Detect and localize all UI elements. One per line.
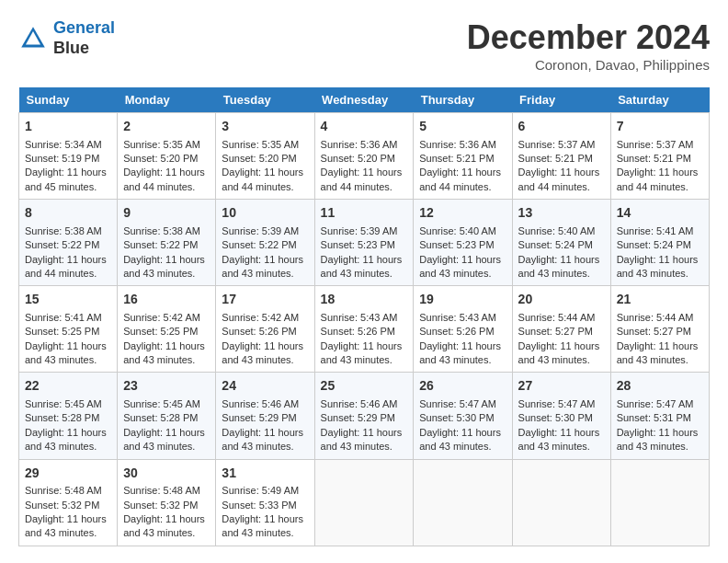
sunrise-label: Sunrise: 5:35 AM [222, 139, 299, 150]
sunrise-label: Sunrise: 5:42 AM [222, 312, 299, 323]
day-number: 13 [518, 204, 605, 223]
calendar-header-row: SundayMondayTuesdayWednesdayThursdayFrid… [19, 87, 710, 113]
sunrise-label: Sunrise: 5:36 AM [419, 139, 496, 150]
daylight-label: Daylight: 11 hours and 43 minutes. [321, 340, 403, 365]
calendar-week-4: 22Sunrise: 5:45 AMSunset: 5:28 PMDayligh… [19, 373, 710, 459]
sunset-label: Sunset: 5:20 PM [321, 153, 395, 164]
logo-icon [18, 24, 48, 53]
sunrise-label: Sunrise: 5:37 AM [617, 139, 694, 150]
sunset-label: Sunset: 5:20 PM [222, 153, 296, 164]
sunrise-label: Sunrise: 5:36 AM [321, 139, 398, 150]
daylight-label: Daylight: 11 hours and 43 minutes. [419, 340, 501, 365]
calendar-cell [512, 459, 610, 546]
sunrise-label: Sunrise: 5:45 AM [123, 398, 200, 409]
daylight-label: Daylight: 11 hours and 44 minutes. [518, 167, 600, 191]
sunset-label: Sunset: 5:23 PM [419, 239, 494, 250]
calendar-cell: 13Sunrise: 5:40 AMSunset: 5:24 PMDayligh… [512, 200, 610, 286]
sunrise-label: Sunrise: 5:47 AM [518, 398, 596, 409]
day-number: 6 [518, 118, 605, 136]
sunrise-label: Sunrise: 5:37 AM [518, 139, 596, 150]
day-number: 7 [617, 118, 703, 136]
calendar-body: 1Sunrise: 5:34 AMSunset: 5:19 PMDaylight… [19, 113, 710, 546]
month-title: December 2024 [467, 18, 710, 57]
header-thursday: Thursday [414, 87, 512, 113]
calendar-cell: 9Sunrise: 5:38 AMSunset: 5:22 PMDaylight… [118, 200, 216, 286]
calendar-cell [610, 459, 709, 546]
day-number: 4 [321, 118, 408, 136]
daylight-label: Daylight: 11 hours and 43 minutes. [419, 427, 501, 452]
daylight-label: Daylight: 11 hours and 44 minutes. [222, 167, 303, 191]
sunrise-label: Sunrise: 5:46 AM [321, 398, 398, 409]
day-number: 23 [123, 377, 210, 396]
sunrise-label: Sunrise: 5:46 AM [222, 398, 299, 409]
calendar-cell: 23Sunrise: 5:45 AMSunset: 5:28 PMDayligh… [118, 373, 216, 459]
daylight-label: Daylight: 11 hours and 44 minutes. [123, 167, 205, 191]
day-number: 21 [617, 291, 703, 309]
day-number: 26 [419, 377, 506, 396]
calendar-cell: 18Sunrise: 5:43 AMSunset: 5:26 PMDayligh… [314, 286, 414, 373]
sunset-label: Sunset: 5:24 PM [617, 239, 691, 250]
sunset-label: Sunset: 5:21 PM [518, 153, 593, 164]
sunset-label: Sunset: 5:25 PM [25, 326, 99, 337]
day-number: 14 [617, 204, 703, 223]
daylight-label: Daylight: 11 hours and 43 minutes. [25, 513, 107, 538]
sunset-label: Sunset: 5:21 PM [419, 153, 494, 164]
calendar-cell: 31Sunrise: 5:49 AMSunset: 5:33 PMDayligh… [216, 459, 314, 546]
daylight-label: Daylight: 11 hours and 43 minutes. [123, 513, 205, 538]
day-number: 8 [25, 204, 111, 223]
calendar-cell: 21Sunrise: 5:44 AMSunset: 5:27 PMDayligh… [610, 286, 709, 373]
calendar-cell: 17Sunrise: 5:42 AMSunset: 5:26 PMDayligh… [216, 286, 314, 373]
sunrise-label: Sunrise: 5:49 AM [222, 485, 299, 496]
daylight-label: Daylight: 11 hours and 44 minutes. [617, 167, 699, 191]
sunset-label: Sunset: 5:32 PM [123, 500, 198, 511]
sunrise-label: Sunrise: 5:41 AM [25, 312, 102, 323]
day-number: 12 [419, 204, 506, 223]
sunrise-label: Sunrise: 5:39 AM [222, 225, 299, 236]
daylight-label: Daylight: 11 hours and 43 minutes. [321, 254, 403, 279]
sunset-label: Sunset: 5:32 PM [25, 500, 99, 511]
sunset-label: Sunset: 5:30 PM [419, 412, 494, 423]
day-number: 28 [617, 377, 703, 396]
daylight-label: Daylight: 11 hours and 43 minutes. [25, 340, 107, 365]
calendar-cell: 6Sunrise: 5:37 AMSunset: 5:21 PMDaylight… [512, 113, 610, 200]
day-number: 29 [25, 465, 111, 483]
header-friday: Friday [512, 87, 610, 113]
day-number: 24 [222, 377, 308, 396]
day-number: 17 [222, 291, 308, 309]
calendar-cell [314, 459, 414, 546]
day-number: 18 [321, 291, 408, 309]
calendar-cell: 11Sunrise: 5:39 AMSunset: 5:23 PMDayligh… [314, 200, 414, 286]
logo-line1: General [53, 18, 115, 37]
sunrise-label: Sunrise: 5:38 AM [25, 225, 102, 236]
daylight-label: Daylight: 11 hours and 43 minutes. [222, 340, 303, 365]
calendar-cell: 26Sunrise: 5:47 AMSunset: 5:30 PMDayligh… [414, 373, 512, 459]
sunrise-label: Sunrise: 5:48 AM [25, 485, 102, 496]
header-saturday: Saturday [610, 87, 709, 113]
calendar-table: SundayMondayTuesdayWednesdayThursdayFrid… [18, 87, 710, 546]
sunrise-label: Sunrise: 5:40 AM [419, 225, 496, 236]
daylight-label: Daylight: 11 hours and 43 minutes. [25, 427, 107, 452]
day-number: 10 [222, 204, 308, 223]
daylight-label: Daylight: 11 hours and 45 minutes. [25, 167, 107, 191]
day-number: 15 [25, 291, 111, 309]
calendar-cell: 25Sunrise: 5:46 AMSunset: 5:29 PMDayligh… [314, 373, 414, 459]
sunset-label: Sunset: 5:31 PM [617, 412, 691, 423]
daylight-label: Daylight: 11 hours and 43 minutes. [222, 513, 303, 538]
daylight-label: Daylight: 11 hours and 43 minutes. [123, 427, 205, 452]
calendar-cell: 16Sunrise: 5:42 AMSunset: 5:25 PMDayligh… [118, 286, 216, 373]
sunrise-label: Sunrise: 5:43 AM [321, 312, 398, 323]
day-number: 16 [123, 291, 210, 309]
logo-line2: Blue [53, 39, 115, 59]
sunrise-label: Sunrise: 5:44 AM [518, 312, 596, 323]
calendar-cell: 1Sunrise: 5:34 AMSunset: 5:19 PMDaylight… [19, 113, 118, 200]
header-sunday: Sunday [19, 87, 118, 113]
calendar-week-2: 8Sunrise: 5:38 AMSunset: 5:22 PMDaylight… [19, 200, 710, 286]
calendar-cell: 12Sunrise: 5:40 AMSunset: 5:23 PMDayligh… [414, 200, 512, 286]
calendar-cell: 29Sunrise: 5:48 AMSunset: 5:32 PMDayligh… [19, 459, 118, 546]
calendar-cell: 19Sunrise: 5:43 AMSunset: 5:26 PMDayligh… [414, 286, 512, 373]
sunset-label: Sunset: 5:28 PM [123, 412, 198, 423]
day-number: 11 [321, 204, 408, 223]
sunrise-label: Sunrise: 5:48 AM [123, 485, 200, 496]
calendar-cell: 10Sunrise: 5:39 AMSunset: 5:22 PMDayligh… [216, 200, 314, 286]
daylight-label: Daylight: 11 hours and 43 minutes. [321, 427, 403, 452]
